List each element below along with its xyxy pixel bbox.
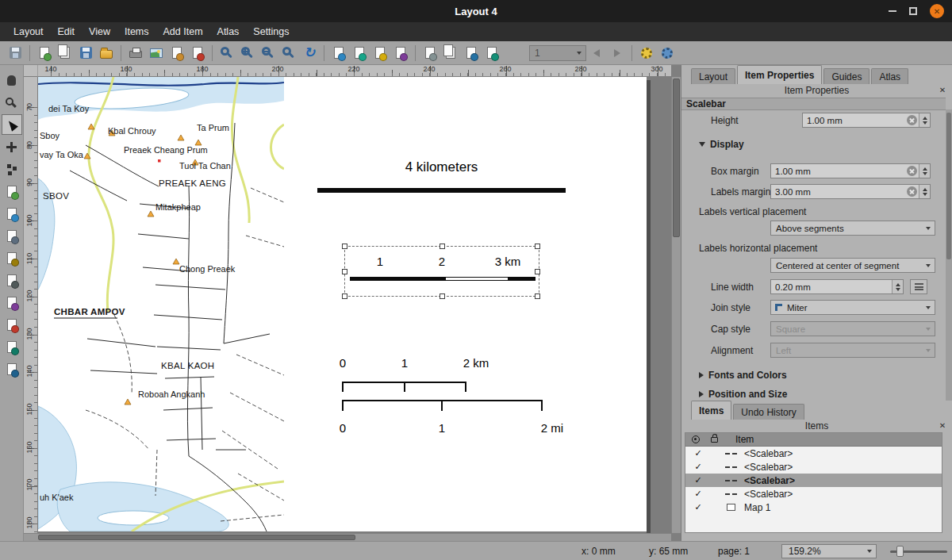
- menu-settings[interactable]: Settings: [246, 24, 296, 40]
- add-table-button[interactable]: [2, 359, 22, 379]
- add-map-button[interactable]: [2, 181, 22, 201]
- visibility-check-icon[interactable]: ✓: [690, 502, 706, 512]
- tab-items[interactable]: Items: [691, 401, 731, 420]
- panel-close-icon[interactable]: ✕: [938, 85, 947, 94]
- selection-handle[interactable]: [342, 293, 347, 299]
- scalebar-box-selected[interactable]: 1 2 3 km: [344, 246, 539, 297]
- zoom-out-button[interactable]: [258, 43, 278, 63]
- add-items-from-template-button[interactable]: [96, 43, 117, 63]
- scalebar-numeric-bar[interactable]: [317, 188, 566, 193]
- zoom-tool-button[interactable]: [2, 92, 22, 113]
- item-row-scalebar-selected[interactable]: ✓ <Scalebar>: [685, 474, 942, 487]
- section-position-and-size[interactable]: Position and Size: [699, 389, 787, 400]
- item-row-scalebar[interactable]: ✓ <Scalebar>: [685, 447, 942, 460]
- edit-nodes-tool-button[interactable]: [2, 159, 22, 179]
- save-project-button[interactable]: [5, 43, 25, 63]
- zoom-in-button[interactable]: [237, 43, 258, 63]
- join-style-combo[interactable]: Miter: [770, 300, 935, 315]
- zoom-slider-thumb[interactable]: [896, 546, 904, 557]
- refresh-view-button[interactable]: ↻: [299, 43, 320, 63]
- data-defined-override-button[interactable]: [910, 279, 927, 294]
- section-display[interactable]: Display: [699, 139, 744, 150]
- spin-buttons[interactable]: [919, 185, 930, 198]
- lock-items-button[interactable]: [420, 43, 440, 63]
- new-layout-button[interactable]: [34, 43, 55, 63]
- canvas-horizontal-scrollbar[interactable]: [24, 533, 671, 541]
- add-label-button[interactable]: [2, 225, 22, 246]
- titlebar[interactable]: Layout 4 ✕: [0, 0, 952, 22]
- visibility-check-icon[interactable]: ✓: [690, 475, 706, 485]
- export-svg-button[interactable]: [167, 43, 187, 63]
- align-items-button[interactable]: [482, 43, 502, 63]
- atlas-page-combo[interactable]: 1: [529, 45, 586, 61]
- atlas-settings-button[interactable]: [636, 43, 657, 63]
- spin-buttons[interactable]: [892, 280, 903, 293]
- selection-handle[interactable]: [440, 293, 445, 299]
- atlas-prev-button[interactable]: [586, 43, 607, 63]
- item-row-scalebar[interactable]: ✓ <Scalebar>: [685, 460, 942, 474]
- clear-value-icon[interactable]: [907, 186, 917, 197]
- close-icon[interactable]: ✕: [930, 4, 944, 18]
- print-button[interactable]: [125, 43, 146, 63]
- add-legend-button[interactable]: [2, 247, 22, 268]
- item-row-map[interactable]: ✓ Map 1: [685, 501, 942, 514]
- menu-atlas[interactable]: Atlas: [210, 24, 247, 40]
- canvas-vertical-scrollbar[interactable]: [671, 77, 681, 533]
- selection-handle[interactable]: [440, 244, 445, 249]
- tab-atlas[interactable]: Atlas: [871, 68, 908, 84]
- export-pdf-button[interactable]: [187, 43, 208, 63]
- pan-tool-button[interactable]: [2, 70, 22, 90]
- atlas-next-button[interactable]: [607, 43, 628, 63]
- menu-view[interactable]: View: [82, 24, 117, 40]
- layout-canvas[interactable]: dei Ta Koy Kbal Chrouy Ta Prum Sboy vay …: [38, 77, 671, 533]
- map-item[interactable]: dei Ta Koy Kbal Chrouy Ta Prum Sboy vay …: [38, 77, 284, 531]
- raise-items-button[interactable]: [461, 43, 482, 63]
- group-items-button[interactable]: [440, 43, 461, 63]
- export-image-button[interactable]: [146, 43, 167, 63]
- box-margin-input[interactable]: 1.00 mm: [770, 163, 931, 178]
- vertical-ruler[interactable]: 70 80 90 100 110 120 130 140 150 160 170…: [24, 77, 38, 533]
- menu-layout[interactable]: Layout: [6, 24, 51, 40]
- spin-buttons[interactable]: [919, 164, 930, 178]
- tab-undo-history[interactable]: Undo History: [733, 404, 804, 420]
- scrollbar-thumb[interactable]: [673, 79, 680, 237]
- visibility-check-icon[interactable]: ✓: [690, 489, 706, 499]
- selection-handle[interactable]: [535, 244, 540, 249]
- line-width-input[interactable]: 0.20 mm: [770, 279, 904, 294]
- show-guides-button[interactable]: [370, 43, 390, 63]
- scalebar-numeric-label[interactable]: 4 kilometers: [317, 159, 566, 175]
- show-grid-button[interactable]: [328, 43, 349, 63]
- labels-vertical-combo[interactable]: Above segments: [770, 221, 935, 236]
- snap-grid-button[interactable]: [349, 43, 370, 63]
- tab-guides[interactable]: Guides: [823, 68, 869, 84]
- panel-close-icon[interactable]: ✕: [938, 420, 947, 430]
- add-html-button[interactable]: [2, 336, 22, 357]
- add-shape-button[interactable]: [2, 292, 22, 313]
- layout-properties-button[interactable]: [657, 43, 678, 63]
- snap-guides-button[interactable]: [390, 43, 411, 63]
- menu-items[interactable]: Items: [117, 24, 156, 40]
- tab-layout[interactable]: Layout: [691, 68, 735, 84]
- minimize-icon[interactable]: [889, 10, 896, 12]
- zoom-slider[interactable]: [890, 550, 947, 553]
- selection-handle[interactable]: [535, 293, 540, 299]
- select-move-tool-button[interactable]: [2, 114, 22, 135]
- scrollbar-thumb[interactable]: [946, 113, 951, 259]
- selection-handle[interactable]: [342, 269, 347, 274]
- add-scalebar-button[interactable]: [2, 270, 22, 290]
- layout-page[interactable]: dei Ta Koy Kbal Chrouy Ta Prum Sboy vay …: [38, 77, 647, 531]
- height-input[interactable]: 1.00 mm: [802, 113, 931, 128]
- labels-horizontal-combo[interactable]: Centered at center of segment: [770, 258, 935, 273]
- move-content-tool-button[interactable]: [2, 136, 22, 157]
- selection-handle[interactable]: [342, 244, 347, 249]
- selection-handle[interactable]: [535, 269, 540, 274]
- clear-value-icon[interactable]: [907, 166, 917, 176]
- menu-add-item[interactable]: Add Item: [156, 24, 210, 40]
- save-as-template-button[interactable]: [75, 43, 96, 63]
- horizontal-ruler[interactable]: 140 160 180 200 220 240 260 280 300: [38, 65, 671, 77]
- zoom-actual-button[interactable]: [278, 43, 299, 63]
- spin-buttons[interactable]: [919, 113, 930, 127]
- maximize-icon[interactable]: [909, 7, 917, 15]
- labels-margin-input[interactable]: 3.00 mm: [770, 184, 931, 199]
- scrollbar-thumb[interactable]: [38, 535, 355, 540]
